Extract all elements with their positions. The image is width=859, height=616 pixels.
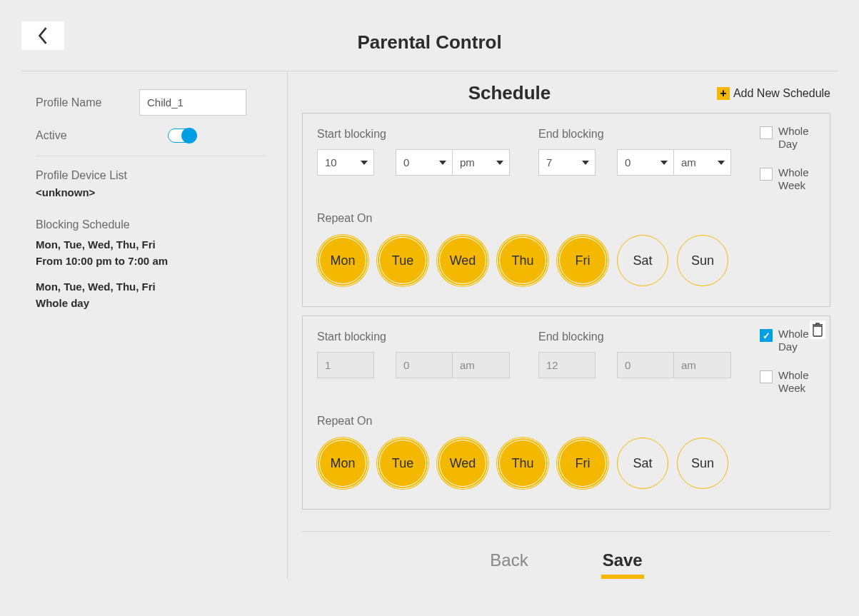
time-row: Start blocking10amEnd blocking120amWhole…: [317, 330, 815, 395]
end-min-select: 0: [617, 352, 674, 378]
start-blocking-group: Start blocking100pm: [317, 128, 510, 192]
checkbox-box: [760, 329, 773, 342]
whole-checks: Whole DayWhole Week: [760, 125, 815, 192]
save-button[interactable]: Save: [601, 546, 644, 579]
repeat-on-label: Repeat On: [317, 212, 815, 225]
blocking-schedule-label: Blocking Schedule: [36, 218, 266, 231]
start-ampm-select[interactable]: pm: [453, 149, 510, 176]
days-row: MonTueWedThuFriSatSun: [317, 235, 815, 286]
start-min-select: 0: [396, 352, 453, 378]
block-days: Mon, Tue, Wed, Thu, Fri: [36, 279, 266, 296]
start-hour-select: 1: [317, 352, 374, 378]
whole-week-checkbox[interactable]: Whole Week: [760, 369, 815, 395]
end-ampm-select[interactable]: am: [674, 149, 731, 176]
schedule-title: Schedule: [302, 82, 717, 104]
caret-down-icon: [439, 161, 446, 165]
end-blocking-label: End blocking: [538, 128, 731, 141]
day-fri-toggle[interactable]: Fri: [557, 235, 608, 286]
day-sun-toggle[interactable]: Sun: [677, 438, 728, 489]
back-button[interactable]: Back: [488, 546, 529, 579]
whole-day-checkbox[interactable]: Whole Day: [760, 328, 815, 353]
block-time: From 10:00 pm to 7:00 am: [36, 253, 266, 270]
whole-checks: Whole DayWhole Week: [760, 328, 815, 395]
schedule-card: Start blocking10amEnd blocking120amWhole…: [302, 315, 830, 510]
page-root: Parental Control Profile Name Active Pro…: [0, 0, 859, 616]
day-thu-toggle[interactable]: Thu: [497, 438, 548, 489]
day-thu-toggle[interactable]: Thu: [497, 235, 548, 286]
end-blocking-group: End blocking120am: [538, 330, 731, 395]
active-toggle[interactable]: [168, 128, 196, 143]
toggle-knob: [181, 128, 197, 143]
checkbox-box: [760, 126, 773, 139]
day-mon-toggle[interactable]: Mon: [317, 438, 368, 489]
checkbox-label: Whole Week: [778, 369, 815, 395]
caret-down-icon: [718, 161, 725, 165]
caret-down-icon: [361, 161, 368, 165]
day-sat-toggle[interactable]: Sat: [617, 438, 668, 489]
checkbox-label: Whole Day: [778, 125, 815, 151]
day-tue-toggle[interactable]: Tue: [377, 235, 428, 286]
end-ampm-select: am: [674, 352, 731, 378]
end-hour-select[interactable]: 7: [538, 149, 596, 176]
repeat-on-label: Repeat On: [317, 415, 815, 428]
time-row: Start blocking100pmEnd blocking70amWhole…: [317, 128, 815, 192]
block-days: Mon, Tue, Wed, Thu, Fri: [36, 237, 266, 253]
caret-down-icon: [660, 161, 668, 165]
start-blocking-label: Start blocking: [317, 330, 510, 343]
device-list-label: Profile Device List: [36, 169, 266, 182]
active-row: Active: [36, 128, 266, 143]
days-row: MonTueWedThuFriSatSun: [317, 438, 815, 489]
day-fri-toggle[interactable]: Fri: [557, 438, 608, 489]
checkbox-label: Whole Week: [778, 166, 815, 192]
back-arrow-button[interactable]: [21, 21, 64, 50]
add-new-schedule-button[interactable]: + Add New Schedule: [717, 87, 830, 100]
block-time: Whole day: [36, 296, 266, 312]
end-hour-select: 12: [538, 352, 596, 378]
schedule-cards: Start blocking100pmEnd blocking70amWhole…: [302, 113, 830, 510]
whole-week-checkbox[interactable]: Whole Week: [760, 166, 815, 192]
right-panel: Schedule + Add New Schedule Start blocki…: [287, 71, 845, 579]
start-blocking-label: Start blocking: [317, 128, 510, 141]
selects: 10am: [317, 352, 510, 378]
header: Parental Control: [21, 14, 838, 71]
block-entry: Mon, Tue, Wed, Thu, Fri From 10:00 pm to…: [36, 237, 266, 269]
checkbox-box: [760, 370, 773, 383]
delete-schedule-button[interactable]: [810, 320, 825, 339]
block-entry: Mon, Tue, Wed, Thu, Fri Whole day: [36, 279, 266, 311]
trash-icon: [812, 323, 823, 337]
add-new-label: Add New Schedule: [733, 87, 830, 100]
profile-name-input[interactable]: [139, 89, 246, 116]
selects: 120am: [538, 352, 731, 378]
checkbox-box: [760, 168, 773, 181]
page-title: Parental Control: [21, 31, 838, 54]
profile-name-label: Profile Name: [36, 96, 139, 109]
day-sat-toggle[interactable]: Sat: [617, 235, 668, 286]
selects: 70am: [538, 149, 731, 176]
active-label: Active: [36, 129, 139, 142]
whole-day-checkbox[interactable]: Whole Day: [760, 125, 815, 151]
caret-down-icon: [496, 161, 503, 165]
day-wed-toggle[interactable]: Wed: [437, 235, 488, 286]
day-sun-toggle[interactable]: Sun: [677, 235, 728, 286]
day-mon-toggle[interactable]: Mon: [317, 235, 368, 286]
end-blocking-group: End blocking70am: [538, 128, 731, 192]
selects: 100pm: [317, 149, 510, 176]
device-list-value: <unknown>: [36, 186, 266, 198]
schedule-card: Start blocking100pmEnd blocking70amWhole…: [302, 113, 830, 307]
end-min-select[interactable]: 0: [617, 149, 674, 176]
start-ampm-select: am: [453, 352, 510, 378]
day-tue-toggle[interactable]: Tue: [377, 438, 428, 489]
left-panel: Profile Name Active Profile Device List …: [14, 71, 287, 579]
content: Profile Name Active Profile Device List …: [14, 71, 845, 579]
profile-name-row: Profile Name: [36, 89, 266, 116]
divider: [36, 156, 266, 156]
day-wed-toggle[interactable]: Wed: [437, 438, 488, 489]
caret-down-icon: [582, 161, 589, 165]
start-blocking-group: Start blocking10am: [317, 330, 510, 395]
start-min-select[interactable]: 0: [396, 149, 453, 176]
end-blocking-label: End blocking: [538, 330, 731, 343]
start-hour-select[interactable]: 10: [317, 149, 374, 176]
chevron-left-icon: [36, 26, 49, 46]
schedule-header: Schedule + Add New Schedule: [302, 82, 830, 104]
plus-icon: +: [717, 87, 730, 100]
